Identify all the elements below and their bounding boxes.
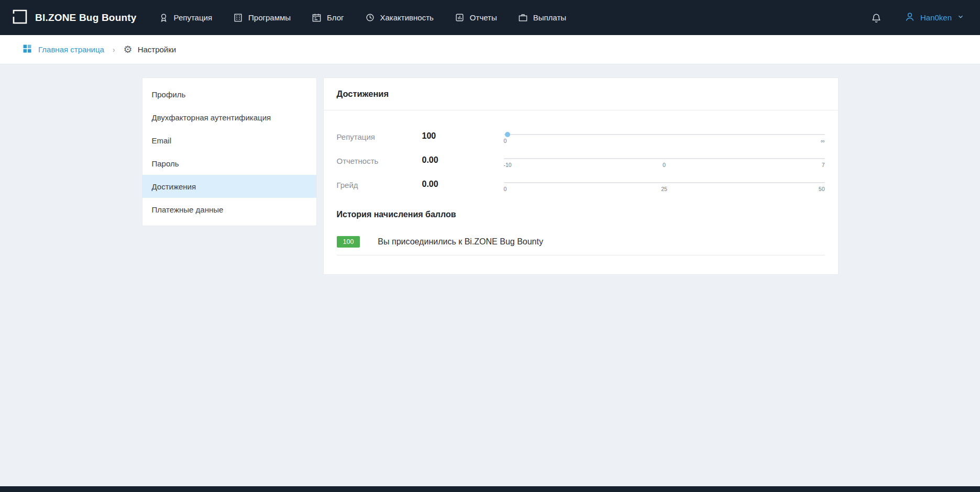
metric-row-grade: Грейд 0.00 0 25 50 [337, 180, 825, 192]
slider-track [504, 134, 825, 135]
scale-min: 0 [504, 138, 611, 144]
slider-track [504, 182, 825, 183]
reputation-slider: 0 ∞ [504, 131, 825, 144]
nav-item-payouts[interactable]: Выплаты [518, 13, 566, 23]
breadcrumb-home-link[interactable]: Главная страница [22, 43, 104, 56]
chevron-down-icon [957, 13, 964, 23]
main-nav: Репутация Программы Блог [159, 13, 566, 23]
nav-item-activity[interactable]: Хакактивность [365, 13, 434, 23]
panel-body: Репутация 100 0 ∞ Отчетность 0.00 [324, 110, 838, 274]
nav-label: Отчеты [470, 13, 497, 22]
metric-row-reputation: Репутация 100 0 ∞ [337, 131, 825, 144]
sidebar-item-profile[interactable]: Профиль [142, 83, 316, 106]
nav-item-reports[interactable]: Отчеты [455, 13, 497, 23]
breadcrumb-separator: › [113, 46, 115, 54]
settings-sidebar: Профиль Двухфакторная аутентификация Ema… [142, 77, 317, 226]
user-menu[interactable]: Han0ken [905, 12, 964, 24]
nav-item-reputation[interactable]: Репутация [159, 13, 212, 23]
nav-item-programs[interactable]: Программы [233, 13, 291, 23]
achievements-panel: Достижения Репутация 100 0 ∞ [323, 77, 839, 275]
notifications-bell-icon[interactable] [871, 13, 882, 23]
blog-icon [312, 13, 322, 23]
metric-label: Репутация [337, 131, 422, 141]
scale-min: -10 [504, 162, 611, 168]
brand-title: BI.ZONE Bug Bounty [35, 12, 137, 24]
sidebar-item-2fa[interactable]: Двухфакторная аутентификация [142, 106, 316, 129]
user-icon [905, 12, 915, 24]
sidebar-item-password[interactable]: Пароль [142, 152, 316, 175]
brand[interactable]: BI.ZONE Bug Bounty [12, 8, 137, 27]
history-title: История начисления баллов [337, 210, 825, 219]
nav-label: Программы [248, 13, 291, 22]
activity-icon [365, 13, 375, 23]
nav-item-blog[interactable]: Блог [312, 13, 344, 23]
username: Han0ken [920, 13, 952, 22]
gear-icon: ⚙ [124, 44, 133, 54]
scale-mid: 0 [611, 162, 718, 168]
reports-icon [455, 13, 465, 23]
nav-label: Хакактивность [380, 13, 434, 22]
bizone-logo-icon [12, 8, 28, 27]
points-badge: 100 [337, 236, 360, 248]
scale-max: 50 [718, 186, 824, 192]
history-text: Вы присоединились к Bi.ZONE Bug Bounty [378, 237, 543, 247]
slider-scale: 0 ∞ [504, 138, 825, 144]
sidebar-item-payment-data[interactable]: Платежные данные [142, 198, 316, 221]
metric-value: 0.00 [422, 155, 504, 165]
navbar-right: Han0ken [871, 12, 964, 24]
metric-value: 0.00 [422, 180, 504, 189]
slider-scale: 0 25 50 [504, 186, 825, 192]
history-row: 100 Вы присоединились к Bi.ZONE Bug Boun… [337, 236, 825, 255]
breadcrumb: Главная страница › ⚙ Настройки [0, 35, 980, 64]
scale-mid [611, 138, 718, 144]
metric-row-reporting: Отчетность 0.00 -10 0 7 [337, 155, 825, 168]
metric-value: 100 [422, 131, 504, 141]
settings-content: Профиль Двухфакторная аутентификация Ema… [142, 77, 839, 275]
footer-strip [0, 486, 980, 492]
reputation-icon [159, 13, 169, 23]
home-grid-icon [22, 43, 32, 56]
slider-scale: -10 0 7 [504, 162, 825, 168]
nav-label: Блог [327, 13, 344, 22]
nav-label: Репутация [174, 13, 212, 22]
slider-handle [505, 132, 510, 137]
breadcrumb-current-label: Настройки [138, 45, 177, 54]
top-navbar: BI.ZONE Bug Bounty Репутация Программы [0, 0, 980, 35]
nav-label: Выплаты [533, 13, 566, 22]
scale-max: 7 [718, 162, 824, 168]
slider-track [504, 158, 825, 159]
programs-icon [233, 13, 243, 23]
metric-label: Грейд [337, 180, 422, 189]
reporting-slider: -10 0 7 [504, 155, 825, 168]
payouts-icon [518, 13, 528, 23]
scale-mid: 25 [611, 186, 718, 192]
scale-max: ∞ [718, 138, 824, 144]
panel-title: Достижения [324, 78, 838, 110]
breadcrumb-home-label: Главная страница [38, 45, 104, 54]
scale-min: 0 [504, 186, 611, 192]
metric-label: Отчетность [337, 155, 422, 165]
sidebar-item-email[interactable]: Email [142, 129, 316, 152]
grade-slider: 0 25 50 [504, 180, 825, 192]
sidebar-item-achievements[interactable]: Достижения [142, 175, 316, 198]
breadcrumb-current: ⚙ Настройки [124, 44, 177, 54]
